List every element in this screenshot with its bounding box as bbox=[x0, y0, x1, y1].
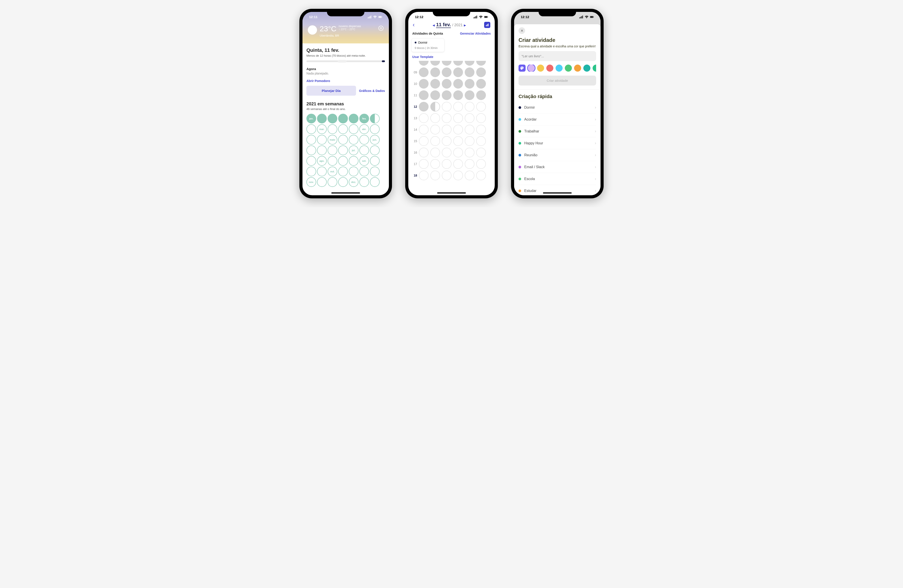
time-block[interactable] bbox=[419, 136, 429, 146]
week-circle[interactable]: mar. bbox=[317, 124, 327, 134]
week-circle[interactable] bbox=[338, 145, 348, 155]
time-block[interactable] bbox=[465, 61, 474, 66]
week-circle[interactable] bbox=[349, 135, 359, 145]
time-block[interactable] bbox=[465, 148, 474, 157]
quick-create-item[interactable]: Estudar› bbox=[519, 185, 596, 195]
quick-create-item[interactable]: Dormir› bbox=[519, 102, 596, 113]
time-block[interactable] bbox=[453, 90, 463, 100]
color-swatch[interactable] bbox=[593, 64, 596, 72]
week-circle[interactable] bbox=[359, 135, 369, 145]
time-block[interactable] bbox=[419, 61, 429, 66]
time-block[interactable] bbox=[442, 113, 452, 123]
time-block[interactable] bbox=[453, 113, 463, 123]
time-block[interactable] bbox=[465, 102, 474, 112]
week-circle[interactable] bbox=[370, 124, 380, 134]
week-circle[interactable]: abr. bbox=[359, 124, 369, 134]
time-block[interactable] bbox=[442, 125, 452, 134]
week-circle[interactable] bbox=[317, 167, 327, 176]
stats-button[interactable] bbox=[484, 22, 490, 28]
time-block[interactable] bbox=[465, 171, 474, 180]
week-circle[interactable]: ago. bbox=[317, 156, 327, 166]
week-circle[interactable] bbox=[307, 124, 316, 134]
time-block[interactable] bbox=[465, 136, 474, 146]
week-circle[interactable] bbox=[327, 177, 337, 187]
time-block[interactable] bbox=[430, 171, 440, 180]
time-block[interactable] bbox=[453, 159, 463, 169]
time-block[interactable] bbox=[453, 148, 463, 157]
time-block[interactable] bbox=[465, 90, 474, 100]
week-circle[interactable] bbox=[338, 135, 348, 145]
week-circle[interactable] bbox=[359, 145, 369, 155]
time-block[interactable] bbox=[442, 79, 452, 89]
time-block[interactable] bbox=[430, 102, 440, 112]
week-circle[interactable] bbox=[370, 156, 380, 166]
time-block[interactable] bbox=[419, 113, 429, 123]
week-circle[interactable] bbox=[307, 135, 316, 145]
time-block[interactable] bbox=[453, 136, 463, 146]
time-block[interactable] bbox=[430, 136, 440, 146]
time-block[interactable] bbox=[465, 113, 474, 123]
prev-day-icon[interactable]: ◀ bbox=[433, 24, 435, 27]
time-block[interactable] bbox=[476, 113, 486, 123]
palette-icon[interactable] bbox=[519, 64, 525, 72]
color-swatch[interactable] bbox=[565, 64, 572, 72]
date-picker[interactable]: ◀ 11 fev. / 2021 ▶ bbox=[433, 22, 466, 28]
time-block[interactable] bbox=[476, 136, 486, 146]
week-circle[interactable] bbox=[317, 114, 327, 123]
time-block[interactable] bbox=[442, 159, 452, 169]
next-day-icon[interactable]: ▶ bbox=[464, 24, 466, 27]
color-swatch[interactable] bbox=[555, 64, 563, 72]
day-progress[interactable] bbox=[307, 60, 385, 62]
week-circle[interactable]: jan. bbox=[307, 114, 316, 123]
time-block[interactable] bbox=[476, 159, 486, 169]
activity-card[interactable]: Dormir 9 blocos | 1h 30min bbox=[411, 38, 444, 52]
time-block[interactable] bbox=[453, 171, 463, 180]
week-circle[interactable] bbox=[370, 145, 380, 155]
charts-link[interactable]: Gráficos & Dados bbox=[359, 89, 385, 93]
home-indicator[interactable] bbox=[437, 192, 466, 193]
time-block[interactable] bbox=[430, 113, 440, 123]
week-circle[interactable] bbox=[307, 167, 316, 176]
week-circle[interactable]: fev. bbox=[359, 114, 369, 123]
time-block[interactable] bbox=[465, 125, 474, 134]
time-block[interactable] bbox=[430, 90, 440, 100]
week-circle[interactable] bbox=[317, 145, 327, 155]
week-circle[interactable]: maio bbox=[327, 135, 337, 145]
week-circle[interactable]: jun. bbox=[370, 135, 380, 145]
week-circle[interactable] bbox=[349, 114, 359, 123]
week-circle[interactable] bbox=[327, 156, 337, 166]
time-block[interactable] bbox=[476, 125, 486, 134]
time-block[interactable] bbox=[442, 171, 452, 180]
time-block[interactable] bbox=[419, 79, 429, 89]
week-circle[interactable] bbox=[370, 114, 380, 123]
time-block[interactable] bbox=[419, 90, 429, 100]
time-block[interactable] bbox=[430, 79, 440, 89]
week-circle[interactable] bbox=[349, 124, 359, 134]
time-block[interactable] bbox=[442, 68, 452, 77]
time-block[interactable] bbox=[476, 90, 486, 100]
time-block[interactable] bbox=[430, 125, 440, 134]
color-swatch[interactable] bbox=[537, 64, 544, 72]
week-circle[interactable] bbox=[338, 167, 348, 176]
quick-create-item[interactable]: Happy Hour› bbox=[519, 137, 596, 149]
back-button[interactable]: ‹ bbox=[413, 21, 415, 28]
time-block[interactable] bbox=[442, 90, 452, 100]
time-block[interactable] bbox=[476, 79, 486, 89]
time-block[interactable] bbox=[442, 148, 452, 157]
week-circle[interactable] bbox=[307, 145, 316, 155]
time-block[interactable] bbox=[442, 136, 452, 146]
activity-name-input[interactable] bbox=[519, 51, 596, 61]
week-circle[interactable] bbox=[338, 114, 348, 123]
time-block[interactable] bbox=[476, 171, 486, 180]
week-circle[interactable]: dez. bbox=[349, 177, 359, 187]
time-block[interactable] bbox=[453, 125, 463, 134]
time-block[interactable] bbox=[476, 68, 486, 77]
time-block[interactable] bbox=[442, 61, 452, 66]
time-block[interactable] bbox=[430, 159, 440, 169]
time-block[interactable] bbox=[430, 148, 440, 157]
week-circle[interactable] bbox=[317, 177, 327, 187]
week-circle[interactable] bbox=[338, 177, 348, 187]
quick-create-item[interactable]: Escola› bbox=[519, 173, 596, 185]
week-circle[interactable] bbox=[370, 177, 380, 187]
color-swatch[interactable] bbox=[546, 64, 553, 72]
